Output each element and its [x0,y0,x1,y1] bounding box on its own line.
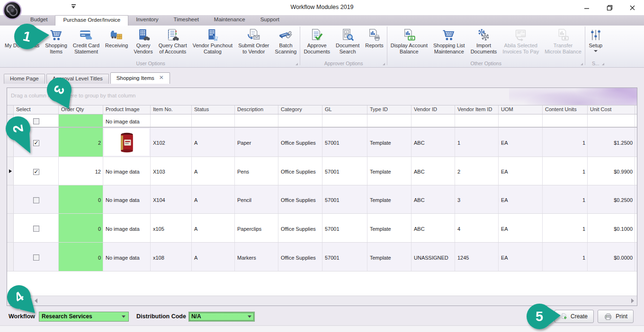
column-header-description[interactable]: Description [235,105,278,114]
chart-dollar-icon [402,28,416,42]
column-header-gl[interactable]: GL [322,105,367,114]
tab-approval-level-titles[interactable]: Approval Level Titles [46,74,109,84]
ribbon-tab-support[interactable]: Support [253,15,287,26]
table-row[interactable]: ✓2X102APaperOffice Supplies57001Template… [7,128,637,157]
cell-content_units: 1 [543,128,588,157]
cell-uom [499,114,543,127]
restore-button[interactable] [602,2,617,13]
app-logo[interactable] [3,1,22,20]
ribbon-tab-timesheet[interactable]: Timesheet [166,15,206,26]
cell-order_qty[interactable] [59,114,103,127]
cell-description: Markers [235,243,278,271]
row-select-checkbox[interactable] [33,197,39,203]
tab-shopping-items[interactable]: Shopping Items✕ [110,72,170,84]
ribbon-item-label: Vendor Punchout Catalog [193,43,233,54]
distribution-code-dropdown[interactable]: N/A [188,312,255,322]
ribbon-item-receiving[interactable]: Receiving [102,26,131,49]
create-document-icon [561,312,567,321]
column-header-type_id[interactable]: Type ID [367,105,411,114]
column-header-uom[interactable]: UOM [499,105,543,114]
grid-body: No image data✓2X102APaperOffice Supplies… [7,114,637,271]
row-select-checkbox[interactable] [33,226,39,232]
tab-close-icon[interactable]: ✕ [159,75,164,80]
cell-order_qty[interactable]: 12 [59,157,103,185]
column-header-product_image[interactable]: Product Image [103,105,151,114]
ribbon-tabs: BudgetPurchase Order/InvoiceInventoryTim… [23,15,287,26]
group-by-band[interactable]: Drag a column header here to group by th… [7,88,637,105]
table-row[interactable]: ✓12No image dataX103APensOffice Supplies… [7,157,637,185]
cell-category: Office Supplies [278,185,322,213]
horizontal-scrollbar[interactable] [7,296,637,306]
table-row[interactable]: No image data [7,114,637,128]
cell-order_qty[interactable]: 0 [59,243,103,271]
column-header-item_no[interactable]: Item No. [151,105,192,114]
group-grip-icon [602,63,604,65]
cell-product_image: No image data [103,114,151,127]
row-select-checkbox[interactable]: ✓ [33,140,39,146]
cabinet-magnifier-icon [340,28,355,42]
ribbon-item-label: Import Documents [471,43,497,54]
cell-unit_cost: $0.0000 [588,243,635,271]
ribbon-item-my-documents[interactable]: My Documents [2,26,42,49]
print-button[interactable]: Print [598,310,634,323]
column-header-vendor_id[interactable]: Vendor ID [411,105,455,114]
ribbon-item-reports[interactable]: Reports [362,26,386,49]
cell-status: A [192,128,235,157]
column-header-order_qty[interactable]: Order Qty [59,105,103,114]
ribbon-tab-inventory[interactable]: Inventory [128,15,166,26]
ribbon-item-label: Receiving [105,43,128,49]
cell-product_image [103,128,151,157]
column-header-vendor_item_id[interactable]: Vendor Item ID [455,105,499,114]
column-header-content_units[interactable]: Content Units [543,105,588,114]
cell-item_no: X103 [151,157,192,185]
minimize-button[interactable] [580,2,594,13]
cell-order_qty[interactable]: 2 [59,128,103,157]
ribbon-item-abila-selected-invoices-to-pay: Abila Selected Invoices To Pay [500,26,542,54]
row-select-checkbox[interactable] [33,118,39,124]
ribbon-item-vendor-punchout-catalog[interactable]: Vendor Punchout Catalog [190,26,235,54]
ribbon-item-batch-scanning[interactable]: Batch Scanning [272,26,300,54]
column-header-status[interactable]: Status [192,105,235,114]
document-envelope-icon [247,28,261,42]
cell-content_units: 1 [543,214,588,242]
ribbon-group-label: Approver Options [301,60,386,67]
ribbon-item-submit-order-to-vendor[interactable]: Submit Order to Vendor [235,26,272,54]
tab-home-page[interactable]: Home Page [4,74,45,84]
row-select-checkbox[interactable]: ✓ [33,169,39,175]
ribbon-item-document-search[interactable]: Document Search [333,26,362,54]
create-button[interactable]: Create [555,310,594,323]
ribbon-item-import-documents[interactable]: Import Documents [468,26,500,54]
ribbon-item-display-account-balance[interactable]: Display Account Balance [388,26,430,54]
table-row[interactable]: 0No image datax108AMarkersOffice Supplie… [7,243,637,271]
cart-icon [49,28,63,42]
cell-type_id: Template [367,214,411,242]
column-header-unit_cost[interactable]: Unit Cost [588,105,635,114]
ribbon-item-approve-documents[interactable]: Approve Documents [301,26,333,54]
scroll-left-icon[interactable] [35,298,37,303]
ribbon-item-label: Query Chart of Accounts [159,43,187,54]
ribbon-tab-purchase-order-invoice[interactable]: Purchase Order/Invoice [55,15,128,26]
product-photo-icon [118,131,136,154]
ribbon-tab-maintenance[interactable]: Maintenance [206,15,253,26]
cell-order_qty[interactable]: 0 [59,185,103,213]
cell-select [14,214,59,242]
table-row[interactable]: 0No image dataX104APencilOffice Supplies… [7,185,637,214]
workflow-dropdown[interactable]: Research Services [39,312,129,322]
ribbon-item-shopping-list-maintenance[interactable]: Shopping List Maintenance [430,26,468,54]
cell-order_qty[interactable]: 0 [59,214,103,242]
ribbon-tab-budget[interactable]: Budget [23,15,55,26]
ribbon-item-label: My Documents [5,43,39,49]
cell-item_no: X102 [151,128,192,157]
close-button[interactable] [625,2,639,13]
sliders-icon [589,28,603,42]
ribbon-item-query-vendors[interactable]: Query Vendors [131,26,155,54]
ribbon-item-credit-card-statement[interactable]: Credit Card Statement [70,26,102,54]
ribbon-item-query-chart-of-accounts[interactable]: Query Chart of Accounts [156,26,190,54]
scroll-right-icon[interactable] [631,298,634,303]
ribbon-item-shopping-items[interactable]: Shopping Items [42,26,70,54]
row-select-checkbox[interactable] [33,254,39,261]
table-row[interactable]: 0No image datax105APaperclipsOffice Supp… [7,214,637,243]
ribbon-item-setup[interactable]: Setup [586,26,606,52]
column-header-category[interactable]: Category [278,105,322,114]
column-header-select[interactable]: Select [14,105,59,114]
